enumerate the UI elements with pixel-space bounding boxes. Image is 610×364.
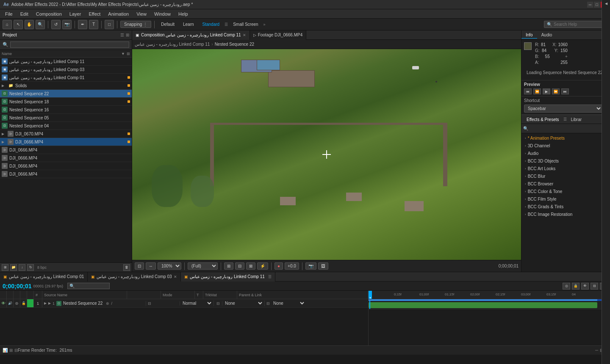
project-item-solids[interactable]: ▶ 📁 Solids — [0, 82, 132, 90]
tl-timecode[interactable]: 0;00;00;01 — [3, 283, 32, 290]
effects-item-bccgrads[interactable]: › BCC Grads & Tints — [521, 203, 610, 210]
effects-item-3dchannel[interactable]: › 3D Channel — [521, 142, 610, 149]
tab-effects-presets[interactable]: Effects & Presets — [523, 116, 563, 123]
channels-btn[interactable]: ● — [274, 262, 283, 270]
effects-search-input[interactable] — [530, 126, 608, 131]
project-item-nested18[interactable]: ⊡ Nested Sequence 18 — [0, 98, 132, 106]
breadcrumb-nested[interactable]: Nested Sequence 22 — [215, 42, 254, 47]
preview-last[interactable]: ⏭ — [561, 88, 569, 94]
tl-tab-comp01[interactable]: ▣ رودبارچیره - زمین عباس Linked Comp 01 — [0, 272, 88, 281]
effects-item-bccblur[interactable]: › BCC Blur — [521, 172, 610, 180]
layer-collapse-btn[interactable]: ▶ — [48, 301, 51, 305]
hand-tool[interactable]: ✋ — [25, 20, 34, 29]
tl-tab-close-03[interactable]: ✕ — [174, 275, 177, 279]
workspace-standard[interactable]: Standard — [199, 21, 223, 28]
preview-play[interactable]: ▶ — [543, 88, 550, 94]
project-item-nested05[interactable]: ⊡ Nested Sequence 05 — [0, 114, 132, 122]
tl-footer-zoom-out[interactable]: ─ — [595, 348, 598, 353]
pen-tool[interactable]: ✒ — [78, 20, 87, 29]
layer-lock-btn[interactable]: 🔓 — [20, 299, 27, 307]
preview-back[interactable]: ⏪ — [533, 88, 541, 94]
new-comp-btn[interactable]: ⊞ — [2, 264, 8, 271]
layer-audio-btn[interactable]: 🔊 — [7, 299, 14, 307]
workspace-expand-icon[interactable]: » — [263, 22, 266, 27]
interpret-btn[interactable]: ↻ — [27, 264, 34, 271]
effects-item-bcccolortone[interactable]: › BCC Color & Tone — [521, 188, 610, 195]
layer-pen-icon[interactable]: / — [111, 301, 112, 306]
project-item-dji0666-selected[interactable]: ▶ ▷ DJI_0666.MP4 — [0, 138, 132, 146]
select-tool[interactable]: ↖ — [14, 20, 23, 29]
expand-icon-dji0670[interactable]: ▶ — [2, 132, 6, 136]
project-item-dji0670[interactable]: ▶ ▷ DJI_0670.MP4 — [0, 130, 132, 138]
text-tool[interactable]: T — [89, 20, 98, 29]
region-interest-btn[interactable]: ⊞ — [224, 262, 233, 270]
workspace-default[interactable]: Default — [158, 21, 178, 28]
fit-width-btn[interactable]: ↔ — [146, 262, 156, 270]
fast-preview-btn[interactable]: ⚡ — [257, 262, 268, 270]
delete-btn[interactable]: 🗑 — [123, 264, 130, 271]
project-icon-btn[interactable]: ⊞ — [126, 33, 129, 37]
expand-icon-dji0666[interactable]: ▶ — [2, 140, 6, 144]
effects-item-bccbrowser[interactable]: › BCC Browser — [521, 180, 610, 188]
transparency-btn[interactable]: ⊟ — [235, 262, 244, 270]
effects-item-bccfilm[interactable]: › BCC Film Style — [521, 195, 610, 203]
layer-label[interactable] — [27, 299, 34, 307]
exposure-btn[interactable]: +0.0 — [285, 262, 299, 270]
tab-audio[interactable]: Audio — [537, 32, 557, 38]
new-folder-btn[interactable]: 📁 — [10, 264, 17, 271]
workspace-learn[interactable]: Learn — [180, 21, 197, 28]
menu-edit[interactable]: Edit — [17, 11, 32, 17]
shape-tool[interactable]: □ — [105, 20, 114, 29]
preview-first[interactable]: ⏮ — [524, 88, 532, 94]
workspace-small-screen[interactable]: Small Screen — [230, 21, 261, 28]
search-help-input[interactable] — [554, 22, 604, 27]
show-snapshot-btn[interactable]: 🖼 — [318, 262, 328, 270]
import-btn[interactable]: ↓ — [19, 264, 25, 271]
project-item-nested22[interactable]: ⊡ Nested Sequence 22 — [0, 90, 132, 98]
breadcrumb-comp[interactable]: رودبارچیره - زمین عباس Linked Comp 11 — [135, 42, 210, 47]
tl-tab-menu-11[interactable]: ☰ — [268, 275, 272, 279]
preview-forward[interactable]: ⏩ — [552, 88, 560, 94]
comp-tab-close-comp11[interactable]: ✕ — [243, 33, 246, 37]
project-search-input[interactable] — [10, 41, 129, 48]
layer-parent-select[interactable]: None — [272, 301, 305, 306]
menu-layer[interactable]: Layer — [66, 11, 85, 17]
tl-hide-btn[interactable]: 👁 — [581, 283, 589, 290]
menu-effect[interactable]: Effect — [85, 11, 104, 17]
menu-window[interactable]: Window — [151, 11, 174, 17]
project-item-nested04[interactable]: ⊡ Nested Sequence 04 — [0, 122, 132, 130]
tl-bone-btn[interactable]: ⊞ — [9, 348, 13, 353]
tl-search-input[interactable] — [67, 283, 110, 289]
shortcut-select[interactable]: Spacebar — [524, 105, 602, 113]
comp-tab-comp11[interactable]: ▣ Composition رودبارچیره - زمین عباس Lin… — [132, 30, 250, 40]
snapping-button[interactable]: Snapping ⋮ — [120, 21, 151, 28]
rotate-tool[interactable]: ↺ — [51, 20, 61, 29]
layer-trkmat-select[interactable]: None — [223, 301, 263, 306]
project-item-comp11[interactable]: ▣ رودبارچیره - زمین عباس Linked Comp 11 — [0, 58, 132, 66]
camera-tool[interactable]: 📷 — [62, 20, 72, 29]
project-menu-icon[interactable]: ☰ — [120, 33, 124, 37]
tl-graph-btn[interactable]: 📊 — [3, 348, 8, 353]
project-item-dji0666-3[interactable]: ▷ DJI_0666.MP4 — [0, 162, 132, 170]
layer-mode-select[interactable]: Normal — [181, 301, 213, 306]
workspace-menu-icon[interactable]: ☰ — [225, 22, 228, 27]
fit-to-comp-btn[interactable]: ⊡ — [135, 262, 144, 270]
tl-lock-btn[interactable]: 🔒 — [572, 283, 580, 290]
track-bar-1[interactable] — [369, 302, 597, 308]
menu-file[interactable]: File — [2, 11, 16, 17]
col-icon-btn[interactable]: ⊞ — [127, 52, 130, 56]
tl-collapse-btn[interactable]: ⊟ — [591, 283, 598, 290]
menu-animation[interactable]: Animation — [105, 11, 132, 17]
project-item-comp01[interactable]: ▣ رودبارچیره - زمین عباس Linked Comp 01 — [0, 74, 132, 82]
project-item-dji0666-1[interactable]: ▷ DJI_0666.MP4 — [0, 146, 132, 154]
quality-select[interactable]: (Full) (Half) (Quarter) — [188, 262, 218, 270]
tab-library[interactable]: Librar — [568, 116, 585, 123]
col-sort-icon[interactable]: ▼ — [121, 52, 125, 56]
expand-icon-solids[interactable]: ▶ — [2, 84, 6, 88]
layer-visibility-btn[interactable]: 👁 — [0, 299, 7, 307]
zoom-tool[interactable]: 🔍 — [36, 20, 45, 29]
effects-item-animation-presets[interactable]: › * Animation Presets — [521, 134, 610, 142]
effects-item-audio[interactable]: › Audio — [521, 149, 610, 157]
zoom-select[interactable]: 100% 50% 200% — [158, 262, 181, 270]
menu-view[interactable]: View — [133, 11, 150, 17]
